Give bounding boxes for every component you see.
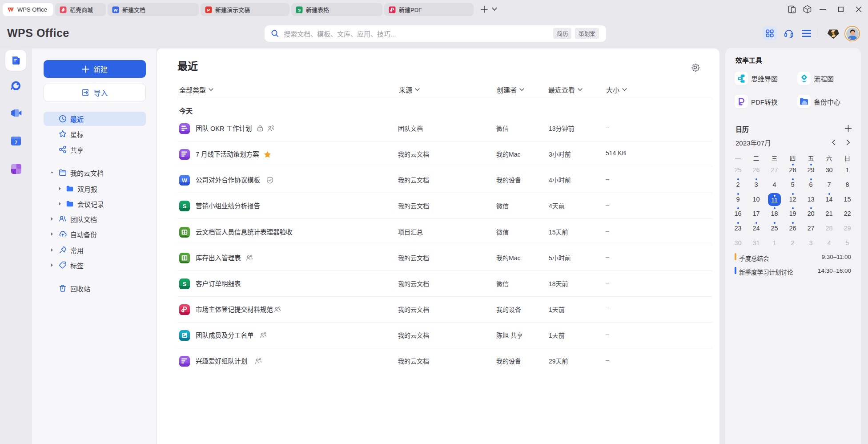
svg-text:S: S	[183, 203, 186, 210]
svg-text:S: S	[183, 281, 186, 287]
svg-text:W: W	[182, 178, 187, 184]
svg-text:P: P	[207, 7, 210, 12]
svg-text:W: W	[114, 7, 118, 12]
svg-text:S: S	[298, 7, 301, 12]
svg-text:7: 7	[15, 140, 17, 145]
